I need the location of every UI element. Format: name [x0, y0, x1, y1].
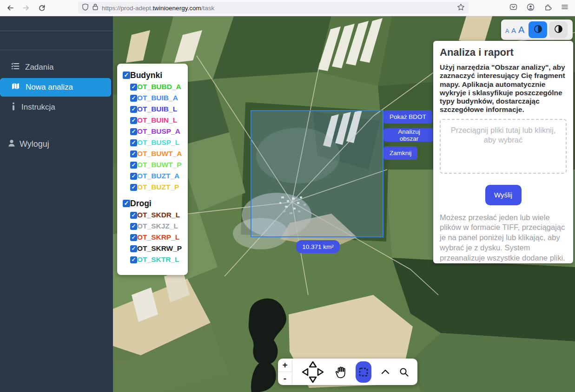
zoom-in-button[interactable]: +: [278, 359, 292, 372]
layer-item: OT_SKTR_L: [123, 254, 183, 265]
layer-label: OT_BUSP_L: [137, 137, 179, 148]
accessibility-bar: A A A: [501, 20, 573, 40]
selection-actions: Pokaż BDOT Analizuj obszar Zamknij: [383, 110, 435, 160]
layer-item: OT_SKRP_L: [123, 232, 183, 243]
zoom-controls: + -: [278, 359, 292, 385]
area-select-tool[interactable]: [356, 361, 371, 383]
submit-files-button[interactable]: Wyślij: [485, 185, 522, 205]
contrast-toggle-active-button[interactable]: [529, 21, 547, 38]
account-icon[interactable]: [527, 3, 535, 13]
layer-label: OT_SKRP_L: [137, 232, 179, 243]
panel-title: Analiza i raport: [440, 46, 567, 59]
file-dropzone[interactable]: Przeciągnij pliki tutaj lub kliknij, aby…: [440, 119, 567, 174]
pan-compass-control[interactable]: [301, 360, 325, 384]
close-selection-button[interactable]: Zamknij: [383, 146, 417, 160]
contrast-toggle-inactive-button[interactable]: [549, 21, 568, 38]
layer-label: OT_BUZT_A: [137, 170, 179, 182]
map-icon: [11, 82, 20, 92]
layer-checkbox[interactable]: [130, 128, 137, 135]
layer-item: OT_BUSP_L: [123, 137, 183, 148]
layer-label: OT_BUBD_A: [137, 81, 181, 92]
forward-icon[interactable]: [22, 4, 30, 12]
layer-checkbox[interactable]: [130, 150, 137, 157]
layer-label: OT_BUZT_P: [137, 182, 179, 193]
layer-checkbox[interactable]: [130, 162, 137, 169]
pocket-icon[interactable]: [509, 3, 517, 13]
layer-checkbox[interactable]: [130, 212, 137, 219]
layer-checkbox[interactable]: [130, 95, 137, 102]
browser-toolbar: https://prod-adept.twinioenergy.com/task: [0, 0, 575, 16]
layer-group-drogi: Drogi OT_SKDR_L OT_SKJZ_L OT_SKRP_L OT_S…: [123, 197, 183, 265]
layer-checkbox[interactable]: [130, 223, 137, 230]
analysis-report-panel: Analiza i raport Użyj narzędzia "Obszar …: [433, 41, 573, 263]
bookmark-star-icon[interactable]: [457, 3, 465, 13]
layer-item: OT_SKJZ_L: [123, 221, 183, 232]
sidebar-item-nowa-analiza[interactable]: Nowa analiza: [0, 78, 111, 97]
sidebar: Zadania Nowa analiza Instrukcja Wyloguj: [0, 16, 113, 392]
layer-checkbox[interactable]: [130, 184, 137, 191]
info-icon: [11, 102, 16, 113]
sidebar-item-label: Nowa analiza: [26, 83, 73, 92]
analyze-area-button[interactable]: Analizuj obszar: [383, 128, 435, 142]
layer-item: OT_BUWT_P: [123, 159, 183, 170]
layer-label: OT_BUIB_L: [137, 104, 177, 115]
layer-group-label: Drogi: [130, 197, 152, 209]
back-icon[interactable]: [7, 4, 14, 12]
layer-item: OT_SKRW_P: [123, 243, 183, 254]
sidebar-item-label: Instrukcja: [21, 103, 55, 112]
sidebar-item-zadania[interactable]: Zadania: [0, 59, 111, 76]
layer-group-header: Drogi: [123, 197, 183, 209]
sidebar-item-label: Zadania: [25, 63, 53, 72]
layer-checkbox[interactable]: [130, 256, 137, 263]
font-size-large-button[interactable]: A: [518, 25, 524, 34]
address-bar[interactable]: https://prod-adept.twinioenergy.com/task: [78, 2, 469, 14]
search-tool[interactable]: [399, 367, 409, 377]
shield-icon[interactable]: [82, 3, 89, 13]
layer-checkbox[interactable]: [130, 234, 137, 241]
layer-group-checkbox[interactable]: [123, 200, 130, 207]
selection-area-badge: 10.371 km²: [296, 240, 340, 253]
layer-group-checkbox[interactable]: [123, 72, 130, 79]
layer-label: OT_SKJZ_L: [137, 221, 178, 232]
collapse-chevron-button[interactable]: [381, 369, 390, 375]
app-screen: https://prod-adept.twinioenergy.com/task: [0, 0, 575, 392]
font-size-small-button[interactable]: A: [505, 28, 509, 34]
layer-checkbox[interactable]: [130, 173, 137, 180]
layer-checkbox[interactable]: [130, 117, 137, 124]
layer-checkbox[interactable]: [130, 84, 137, 91]
menu-hamburger-icon[interactable]: [561, 3, 568, 13]
tasks-list-icon: [11, 62, 20, 72]
layer-label: OT_BUWT_P: [137, 159, 182, 170]
user-icon: [7, 139, 16, 150]
hand-pan-tool[interactable]: [334, 366, 346, 379]
layer-item: OT_BUBD_A: [123, 81, 183, 92]
dropzone-placeholder: Przeciągnij pliki tutaj lub kliknij, aby…: [451, 126, 556, 144]
layer-checkbox[interactable]: [130, 106, 137, 113]
layer-label: OT_BUIB_A: [137, 92, 178, 104]
url-text: https://prod-adept.twinioenergy.com/task: [102, 5, 454, 12]
contrast-icon: [534, 25, 542, 35]
layer-item: OT_BUWT_A: [123, 148, 183, 159]
layer-item: OT_BUZT_P: [123, 182, 183, 193]
reload-icon[interactable]: [38, 4, 46, 12]
lock-icon[interactable]: [92, 3, 99, 13]
layers-panel: Budynki OT_BUBD_A OT_BUIB_A OT_BUIB_L OT…: [117, 64, 188, 275]
sidebar-divider: [0, 50, 113, 50]
layer-checkbox[interactable]: [130, 245, 137, 252]
panel-hint-text: Możesz przesłać jeden lub wiele plików w…: [440, 213, 567, 263]
layer-group-label: Budynki: [130, 69, 162, 81]
sidebar-logout[interactable]: Wyloguj: [0, 136, 111, 152]
logout-label: Wyloguj: [20, 139, 49, 149]
font-size-medium-button[interactable]: A: [511, 27, 516, 34]
layer-label: OT_BUWT_A: [137, 148, 182, 159]
contrast-icon: [554, 25, 563, 35]
layer-checkbox[interactable]: [130, 139, 137, 146]
sidebar-item-instrukcja[interactable]: Instrukcja: [0, 98, 111, 116]
layer-label: OT_SKRW_P: [137, 243, 182, 254]
zoom-out-button[interactable]: -: [278, 372, 292, 385]
analysis-area-selection[interactable]: [251, 110, 383, 237]
extensions-puzzle-icon[interactable]: [544, 3, 552, 13]
show-bdot-button[interactable]: Pokaż BDOT: [383, 110, 432, 124]
panel-intro-text: Użyj narzędzia "Obszar analizy", aby zaz…: [440, 63, 567, 114]
layer-item: OT_BUIN_L: [123, 115, 183, 126]
